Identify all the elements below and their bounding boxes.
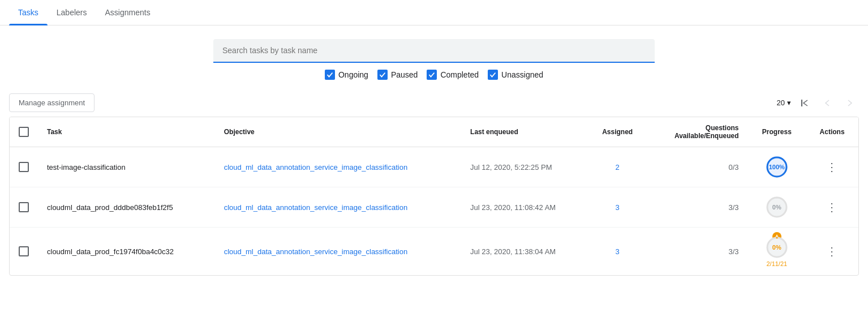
task-last-enqueued: Jul 12, 2020, 5:22:25 PM xyxy=(461,147,588,187)
task-assigned[interactable]: 3 xyxy=(588,228,647,276)
search-input[interactable] xyxy=(213,39,655,63)
row-checkbox[interactable] xyxy=(19,202,29,212)
task-progress: 0% xyxy=(748,187,806,228)
unassigned-label: Unassigned xyxy=(501,70,543,79)
more-actions-icon[interactable]: ⋮ xyxy=(826,161,838,173)
progress-wrapper: 0% xyxy=(765,195,789,219)
page-size-selector[interactable]: 20 ▾ xyxy=(777,98,791,107)
completed-checkbox[interactable] xyxy=(427,70,437,80)
task-last-enqueued: Jul 23, 2020, 11:08:42 AM xyxy=(461,187,588,228)
row-checkbox[interactable] xyxy=(19,162,29,172)
table-row: cloudml_data_prod_fc1974f0ba4c0c32cloud_… xyxy=(10,228,858,276)
task-name: cloudml_data_prod_dddbe083feb1f2f5 xyxy=(38,187,215,228)
table-row: cloudml_data_prod_dddbe083feb1f2f5cloud_… xyxy=(10,187,858,228)
task-actions[interactable]: ⋮ xyxy=(806,228,858,276)
filter-ongoing: Ongoing xyxy=(325,70,368,80)
task-actions[interactable]: ⋮ xyxy=(806,147,858,187)
unassigned-checkbox[interactable] xyxy=(488,70,498,80)
task-progress: 100% xyxy=(748,147,806,187)
completed-label: Completed xyxy=(440,70,479,79)
toolbar: Manage assignment 20 ▾ xyxy=(0,89,868,117)
task-objective[interactable]: cloud_ml_data_annotation_service_image_c… xyxy=(215,187,461,228)
col-progress: Progress xyxy=(748,117,806,147)
filter-completed: Completed xyxy=(427,70,479,80)
col-assigned: Assigned xyxy=(588,117,647,147)
task-last-enqueued: Jul 23, 2020, 11:38:04 AM xyxy=(461,228,588,276)
col-last-enqueued: Last enqueued xyxy=(461,117,588,147)
progress-label: 0% xyxy=(772,244,781,251)
progress-wrapper: ! 0% xyxy=(765,235,789,259)
tasks-table: Task Objective Last enqueued Assigned Qu… xyxy=(9,117,859,276)
search-area: Ongoing Paused Completed xyxy=(0,25,868,89)
task-objective[interactable]: cloud_ml_data_annotation_service_image_c… xyxy=(215,228,461,276)
progress-circle: 100% xyxy=(765,155,789,179)
filter-paused: Paused xyxy=(377,70,418,80)
task-name: test-image-classification xyxy=(38,147,215,187)
paused-label: Paused xyxy=(391,70,418,79)
col-actions: Actions xyxy=(806,117,858,147)
task-objective[interactable]: cloud_ml_data_annotation_service_image_c… xyxy=(215,147,461,187)
pagination: 20 ▾ xyxy=(777,94,859,112)
svg-rect-0 xyxy=(801,100,802,106)
filter-unassigned: Unassigned xyxy=(488,70,543,80)
task-name: cloudml_data_prod_fc1974f0ba4c0c32 xyxy=(38,228,215,276)
row-checkbox[interactable] xyxy=(19,246,29,256)
task-questions: 0/3 xyxy=(647,147,748,187)
more-actions-icon[interactable]: ⋮ xyxy=(826,245,838,258)
tab-tasks[interactable]: Tasks xyxy=(9,0,48,25)
filters-row: Ongoing Paused Completed xyxy=(325,70,543,80)
tab-assignments[interactable]: Assignments xyxy=(96,0,160,25)
task-assigned[interactable]: 3 xyxy=(588,187,647,228)
progress-label: 0% xyxy=(772,204,781,211)
col-questions: Questions Available/Enqueued xyxy=(647,117,748,147)
task-assigned[interactable]: 2 xyxy=(588,147,647,187)
paused-checkbox[interactable] xyxy=(377,70,388,80)
col-task: Task xyxy=(38,117,215,147)
dropdown-icon: ▾ xyxy=(787,98,791,107)
tab-labelers[interactable]: Labelers xyxy=(48,0,96,25)
first-page-button[interactable] xyxy=(796,94,814,112)
tab-bar: Tasks Labelers Assignments xyxy=(0,0,868,25)
ongoing-checkbox[interactable] xyxy=(325,70,335,80)
prev-page-button[interactable] xyxy=(818,94,836,112)
progress-label: 100% xyxy=(769,164,785,170)
task-actions[interactable]: ⋮ xyxy=(806,187,858,228)
task-questions: 3/3 xyxy=(647,228,748,276)
select-all-checkbox[interactable] xyxy=(19,127,29,137)
col-objective: Objective xyxy=(215,117,461,147)
task-questions: 3/3 xyxy=(647,187,748,228)
ongoing-label: Ongoing xyxy=(338,70,368,79)
task-progress: ! 0% 2/11/21 xyxy=(748,228,806,276)
progress-circle: 0% xyxy=(765,235,789,259)
manage-assignment-button[interactable]: Manage assignment xyxy=(9,93,94,112)
more-actions-icon[interactable]: ⋮ xyxy=(826,201,838,213)
progress-circle: 0% xyxy=(765,195,789,219)
next-page-button[interactable] xyxy=(841,94,859,112)
enqueue-date: 2/11/21 xyxy=(766,260,787,267)
table-row: test-image-classificationcloud_ml_data_a… xyxy=(10,147,858,187)
progress-wrapper: 100% xyxy=(765,155,789,179)
